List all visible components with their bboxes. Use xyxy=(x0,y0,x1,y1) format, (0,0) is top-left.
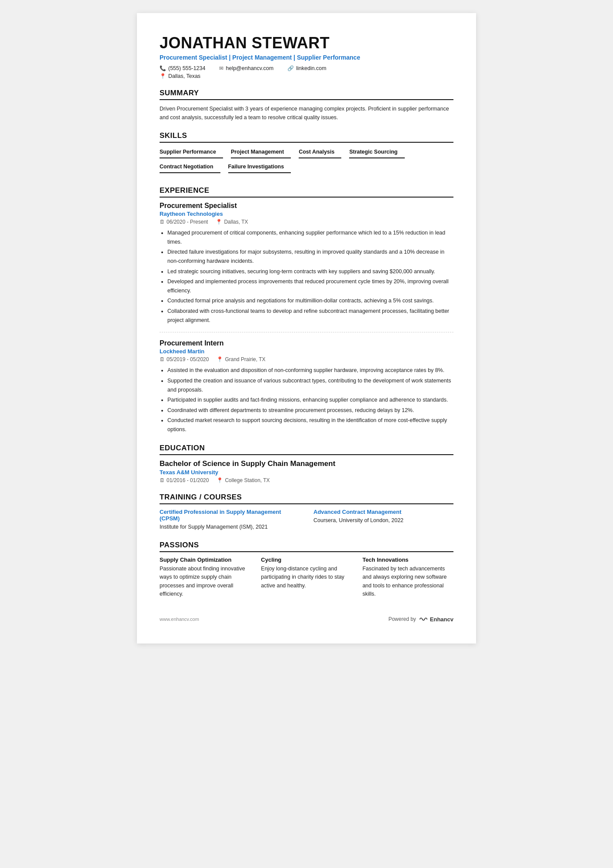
passion-item-2: Tech Innovations Fascinated by tech adva… xyxy=(363,556,453,599)
bullet-item: Participated in supplier audits and fact… xyxy=(167,395,453,405)
skill-item: Project Management xyxy=(231,147,291,158)
calendar-icon-0: 🗓 xyxy=(160,219,165,225)
job-meta-0: 🗓 06/2020 - Present 📍 Dallas, TX xyxy=(160,219,453,225)
edu-meta: 🗓 01/2016 - 01/2020 📍 College Station, T… xyxy=(160,477,453,483)
email-address: help@enhancv.com xyxy=(226,65,273,71)
bullet-item: Assisted in the evaluation and dispositi… xyxy=(167,366,453,375)
skill-item: Failure Investigations xyxy=(228,162,291,173)
skill-item: Contract Negotiation xyxy=(160,162,220,173)
location-text: Dallas, Texas xyxy=(168,73,200,79)
location-icon: 📍 xyxy=(160,73,166,79)
footer-website: www.enhancv.com xyxy=(160,617,199,622)
job-location-1: 📍 Grand Prairie, TX xyxy=(217,356,265,362)
training-course-desc-1: Coursera, University of London, 2022 xyxy=(313,516,453,525)
bullet-item: Developed and implemented process improv… xyxy=(167,277,453,295)
header: JONATHAN STEWART Procurement Specialist … xyxy=(160,34,453,79)
education-title: EDUCATION xyxy=(160,444,453,455)
phone-icon: 📞 xyxy=(160,65,166,71)
passion-desc-2: Fascinated by tech advancements and alwa… xyxy=(363,565,453,599)
bullet-item: Managed procurement of critical componen… xyxy=(167,228,453,246)
passions-grid: Supply Chain Optimization Passionate abo… xyxy=(160,556,453,599)
passion-title-0: Supply Chain Optimization xyxy=(160,556,250,563)
bullet-item: Conducted market research to support sou… xyxy=(167,416,453,434)
passion-desc-0: Passionate about finding innovative ways… xyxy=(160,565,250,599)
edu-school: Texas A&M University xyxy=(160,469,453,476)
email-icon: ✉ xyxy=(219,65,223,71)
calendar-icon-edu: 🗓 xyxy=(160,477,165,483)
edu-date: 🗓 01/2016 - 01/2020 xyxy=(160,477,209,483)
training-course-title-1: Advanced Contract Management xyxy=(313,509,453,515)
bullet-item: Coordinated with different departments t… xyxy=(167,406,453,415)
footer-brand: Powered by Enhancv xyxy=(388,616,453,623)
company-name-1: Lockheed Martin xyxy=(160,348,453,355)
job-title-0: Procurement Specialist xyxy=(160,202,453,210)
phone-contact: 📞 (555) 555-1234 xyxy=(160,65,205,71)
training-title: TRAINING / COURSES xyxy=(160,493,453,504)
passion-title-2: Tech Innovations xyxy=(363,556,453,563)
education-section: EDUCATION Bachelor of Science in Supply … xyxy=(160,444,453,483)
passion-desc-1: Enjoy long-distance cycling and particip… xyxy=(261,565,352,590)
resume-container: JONATHAN STEWART Procurement Specialist … xyxy=(137,13,476,643)
skill-item: Strategic Sourcing xyxy=(349,147,404,158)
bullet-item: Conducted formal price analysis and nego… xyxy=(167,296,453,305)
training-course-title-0: Certified Professional in Supply Managem… xyxy=(160,509,300,522)
candidate-name: JONATHAN STEWART xyxy=(160,34,453,52)
passions-section: PASSIONS Supply Chain Optimization Passi… xyxy=(160,541,453,599)
brand-name: Enhancv xyxy=(430,616,453,623)
phone-number: (555) 555-1234 xyxy=(168,65,205,71)
passion-item-1: Cycling Enjoy long-distance cycling and … xyxy=(261,556,352,599)
job-block-0: Procurement Specialist Raytheon Technolo… xyxy=(160,202,453,332)
training-item-0: Certified Professional in Supply Managem… xyxy=(160,509,300,531)
bullet-item: Directed failure investigations for majo… xyxy=(167,248,453,265)
training-grid: Certified Professional in Supply Managem… xyxy=(160,509,453,531)
experience-section: EXPERIENCE Procurement Specialist Raythe… xyxy=(160,186,453,434)
email-contact: ✉ help@enhancv.com xyxy=(219,65,273,71)
skills-title: SKILLS xyxy=(160,131,453,143)
job-meta-1: 🗓 05/2019 - 05/2020 📍 Grand Prairie, TX xyxy=(160,356,453,362)
company-name-0: Raytheon Technologies xyxy=(160,211,453,217)
training-item-1: Advanced Contract Management Coursera, U… xyxy=(313,509,453,531)
passion-item-0: Supply Chain Optimization Passionate abo… xyxy=(160,556,250,599)
location-row: 📍 Dallas, Texas xyxy=(160,73,453,79)
bullet-item: Led strategic sourcing initiatives, secu… xyxy=(167,267,453,276)
job-title-1: Procurement Intern xyxy=(160,339,453,347)
skill-item: Supplier Performance xyxy=(160,147,223,158)
job-bullets-1: Assisted in the evaluation and dispositi… xyxy=(160,366,453,434)
bullet-item: Collaborated with cross-functional teams… xyxy=(167,307,453,325)
summary-section: SUMMARY Driven Procurement Specialist wi… xyxy=(160,89,453,122)
summary-title: SUMMARY xyxy=(160,89,453,100)
skills-section: SKILLS Supplier Performance Project Mana… xyxy=(160,131,453,177)
job-block-1: Procurement Intern Lockheed Martin 🗓 05/… xyxy=(160,339,453,434)
training-course-desc-0: Institute for Supply Management (ISM), 2… xyxy=(160,523,300,531)
job-date-1: 🗓 05/2019 - 05/2020 xyxy=(160,356,209,362)
job-location-0: 📍 Dallas, TX xyxy=(216,219,248,225)
experience-title: EXPERIENCE xyxy=(160,186,453,198)
pin-icon-0: 📍 xyxy=(216,219,222,225)
edu-location: 📍 College Station, TX xyxy=(217,477,270,483)
linkedin-contact: 🔗 linkedin.com xyxy=(287,65,326,71)
footer: www.enhancv.com Powered by Enhancv xyxy=(160,616,453,623)
calendar-icon-1: 🗓 xyxy=(160,356,165,362)
contact-row: 📞 (555) 555-1234 ✉ help@enhancv.com 🔗 li… xyxy=(160,65,453,71)
skill-item: Cost Analysis xyxy=(299,147,341,158)
enhancv-svg-logo xyxy=(419,616,428,622)
pin-icon-1: 📍 xyxy=(217,356,223,362)
pin-icon-edu: 📍 xyxy=(217,477,223,483)
training-section: TRAINING / COURSES Certified Professiona… xyxy=(160,493,453,531)
linkedin-icon: 🔗 xyxy=(287,65,294,71)
skills-list: Supplier Performance Project Management … xyxy=(160,147,453,177)
passions-title: PASSIONS xyxy=(160,541,453,552)
job-date-0: 🗓 06/2020 - Present xyxy=(160,219,208,225)
candidate-title: Procurement Specialist | Project Managem… xyxy=(160,54,453,61)
enhancv-logo: Enhancv xyxy=(419,616,453,623)
passion-title-1: Cycling xyxy=(261,556,352,563)
linkedin-url: linkedin.com xyxy=(296,65,326,71)
bullet-item: Supported the creation and issuance of v… xyxy=(167,376,453,394)
summary-text: Driven Procurement Specialist with 3 yea… xyxy=(160,104,453,122)
edu-degree: Bachelor of Science in Supply Chain Mana… xyxy=(160,459,453,468)
job-bullets-0: Managed procurement of critical componen… xyxy=(160,228,453,325)
powered-by-label: Powered by xyxy=(388,616,416,622)
